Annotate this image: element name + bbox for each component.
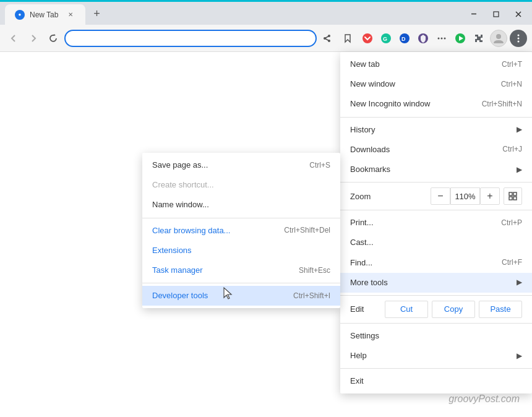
sub-separator-2 (142, 283, 340, 283)
submenu-item-create-shortcut[interactable]: Create shortcut... (142, 175, 340, 195)
extension-icons: G D (359, 30, 487, 47)
svg-point-18 (518, 40, 520, 42)
bookmark-icon[interactable] (339, 30, 356, 47)
reload-button[interactable] (45, 30, 62, 47)
separator-2 (340, 182, 532, 183)
main-dropdown-menu: New tab Ctrl+T New window Ctrl+N New Inc… (340, 52, 532, 393)
separator-1 (340, 117, 532, 118)
menu-item-new-window[interactable]: New window Ctrl+N (340, 74, 532, 94)
submenu-item-clear-data[interactable]: Clear browsing data... Ctrl+Shift+Del (142, 221, 340, 241)
minimize-button[interactable] (465, 7, 483, 22)
svg-point-2 (328, 40, 330, 42)
grammarly-icon[interactable]: G (377, 30, 395, 47)
forward-button[interactable] (25, 30, 42, 47)
menu-item-help[interactable]: Help ▶ (340, 346, 532, 366)
menu-item-cast[interactable]: Cast... (340, 233, 532, 252)
svg-point-12 (444, 37, 446, 39)
back-button[interactable] (5, 30, 22, 47)
edit-control-row: Edit Cut Copy Paste (340, 298, 532, 320)
new-tab-button[interactable]: + (88, 5, 105, 22)
submenu-item-developer-tools[interactable]: Developer tools Ctrl+Shift+I (142, 286, 340, 306)
menu-item-new-incognito[interactable]: New Incognito window Ctrl+Shift+N (340, 94, 532, 114)
window-controls (465, 7, 527, 22)
svg-point-16 (518, 34, 520, 36)
svg-rect-22 (513, 197, 517, 200)
separator-4 (340, 295, 532, 296)
svg-point-11 (441, 37, 443, 39)
edit-copy-button[interactable]: Copy (432, 301, 475, 318)
svg-point-10 (438, 37, 440, 39)
active-tab[interactable]: ● New Tab ✕ (5, 4, 85, 25)
svg-rect-19 (509, 192, 512, 196)
profile-button[interactable] (490, 30, 507, 47)
separator-6 (340, 368, 532, 369)
extensions-icon[interactable] (470, 30, 487, 47)
menu-item-find[interactable]: Find... Ctrl+F (340, 253, 532, 273)
tab-favicon: ● (15, 10, 25, 20)
zoom-value: 110% (450, 187, 480, 205)
zoom-fullscreen-button[interactable] (504, 187, 522, 205)
tab-label: New Tab (30, 11, 58, 19)
menu-item-more-tools[interactable]: More tools ▶ (340, 273, 532, 293)
menu-item-bookmarks[interactable]: Bookmarks ▶ (340, 160, 532, 179)
svg-rect-21 (509, 197, 512, 200)
svg-point-17 (518, 37, 520, 39)
menu-item-history[interactable]: History ▶ (340, 120, 532, 140)
guardian-icon[interactable] (414, 30, 432, 47)
zoom-plus-button[interactable]: + (480, 187, 500, 205)
dashlane-icon[interactable]: D (396, 30, 413, 47)
submenu-item-extensions[interactable]: Extensions (142, 241, 340, 260)
edit-cut-button[interactable]: Cut (385, 301, 428, 318)
share-icon[interactable] (319, 30, 337, 47)
separator-3 (340, 210, 532, 210)
submenu-item-name-window[interactable]: Name window... (142, 195, 340, 215)
svg-point-1 (328, 35, 330, 37)
ext-dots-icon[interactable] (433, 30, 450, 47)
tab-bar: ● New Tab ✕ + (0, 2, 532, 25)
zoom-minus-button[interactable]: − (431, 187, 450, 205)
submenu-item-task-manager[interactable]: Task manager Shift+Esc (142, 260, 340, 280)
menu-item-settings[interactable]: Settings (340, 326, 532, 346)
chrome-menu-button[interactable] (510, 30, 527, 47)
svg-point-3 (324, 37, 326, 40)
music-icon[interactable] (452, 30, 469, 47)
menu-item-exit[interactable]: Exit (340, 371, 532, 391)
pocket-icon[interactable] (359, 30, 376, 47)
svg-point-4 (363, 33, 372, 43)
more-tools-submenu: Save page as... Ctrl+S Create shortcut..… (142, 153, 340, 308)
svg-point-15 (496, 34, 501, 39)
submenu-item-save-page[interactable]: Save page as... Ctrl+S (142, 155, 340, 175)
sub-separator-1 (142, 218, 340, 218)
svg-text:D: D (401, 36, 406, 42)
close-button[interactable] (510, 7, 527, 22)
menu-item-new-tab[interactable]: New tab Ctrl+T (340, 54, 532, 74)
zoom-control-row: Zoom − 110% + (340, 185, 532, 207)
tab-close-button[interactable]: ✕ (66, 10, 75, 20)
separator-5 (340, 323, 532, 324)
edit-paste-button[interactable]: Paste (479, 301, 522, 318)
address-bar[interactable] (64, 30, 317, 47)
menu-item-print[interactable]: Print... Ctrl+P (340, 213, 532, 233)
watermark: groovyPost.com (448, 393, 520, 405)
svg-rect-20 (513, 192, 517, 196)
svg-text:G: G (383, 36, 387, 42)
restore-button[interactable] (487, 7, 505, 22)
menu-item-downloads[interactable]: Downloads Ctrl+J (340, 140, 532, 160)
svg-rect-0 (494, 12, 499, 17)
